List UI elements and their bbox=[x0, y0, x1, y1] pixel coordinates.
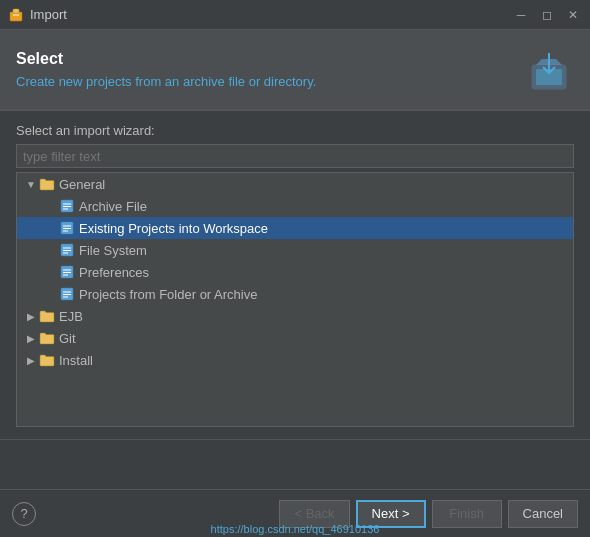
tree-item-general[interactable]: ▼ General bbox=[17, 173, 573, 195]
item-label: EJB bbox=[59, 309, 83, 324]
filter-input[interactable] bbox=[16, 144, 574, 168]
item-label: Git bbox=[59, 331, 76, 346]
window-controls: ─ ◻ ✕ bbox=[512, 6, 582, 24]
folder-icon bbox=[39, 352, 55, 368]
item-label: General bbox=[59, 177, 105, 192]
header-section: Select Create new projects from an archi… bbox=[0, 30, 590, 110]
expand-placeholder bbox=[45, 288, 57, 300]
app-icon bbox=[8, 7, 24, 23]
header-title: Select bbox=[16, 50, 316, 68]
wizard-label: Select an import wizard: bbox=[16, 123, 574, 138]
folder-icon bbox=[39, 308, 55, 324]
tree-item-existing-projects[interactable]: Existing Projects into Workspace bbox=[17, 217, 573, 239]
header-text: Select Create new projects from an archi… bbox=[16, 50, 316, 89]
item-label: Projects from Folder or Archive bbox=[79, 287, 257, 302]
leaf-icon bbox=[59, 242, 75, 258]
tree-item-ejb[interactable]: ▶ EJB bbox=[17, 305, 573, 327]
title-bar: Import ─ ◻ ✕ bbox=[0, 0, 590, 30]
watermark: https://blog.csdn.net/qq_46910136 bbox=[211, 523, 380, 535]
folder-icon bbox=[39, 176, 55, 192]
footer: ? < Back Next > Finish Cancel https://bl… bbox=[0, 489, 590, 537]
maximize-button[interactable]: ◻ bbox=[538, 6, 556, 24]
tree-item-archive-file[interactable]: Archive File bbox=[17, 195, 573, 217]
item-label: Existing Projects into Workspace bbox=[79, 221, 268, 236]
header-icon bbox=[524, 45, 574, 95]
leaf-icon bbox=[59, 220, 75, 236]
svg-rect-1 bbox=[13, 9, 19, 13]
help-button[interactable]: ? bbox=[12, 502, 36, 526]
tree-item-install[interactable]: ▶ Install bbox=[17, 349, 573, 371]
window-title: Import bbox=[30, 7, 512, 22]
folder-icon bbox=[39, 330, 55, 346]
expand-placeholder bbox=[45, 200, 57, 212]
tree-item-preferences[interactable]: Preferences bbox=[17, 261, 573, 283]
leaf-icon bbox=[59, 198, 75, 214]
item-label: Install bbox=[59, 353, 93, 368]
cancel-button[interactable]: Cancel bbox=[508, 500, 578, 528]
expand-placeholder bbox=[45, 222, 57, 234]
item-label: Archive File bbox=[79, 199, 147, 214]
leaf-icon bbox=[59, 286, 75, 302]
tree-item-projects-folder[interactable]: Projects from Folder or Archive bbox=[17, 283, 573, 305]
item-label: File System bbox=[79, 243, 147, 258]
spacer-area bbox=[0, 439, 590, 489]
main-content: Select an import wizard: ▼ General Archi… bbox=[0, 111, 590, 439]
tree-item-file-system[interactable]: File System bbox=[17, 239, 573, 261]
expand-placeholder bbox=[45, 244, 57, 256]
svg-rect-0 bbox=[10, 12, 22, 21]
expand-arrow[interactable]: ▶ bbox=[25, 354, 37, 366]
header-subtitle: Create new projects from an archive file… bbox=[16, 74, 316, 89]
expand-arrow[interactable]: ▼ bbox=[25, 178, 37, 190]
tree-container[interactable]: ▼ General Archive File Existing Projects… bbox=[16, 172, 574, 427]
leaf-icon bbox=[59, 264, 75, 280]
tree-item-git[interactable]: ▶ Git bbox=[17, 327, 573, 349]
item-label: Preferences bbox=[79, 265, 149, 280]
minimize-button[interactable]: ─ bbox=[512, 6, 530, 24]
expand-arrow[interactable]: ▶ bbox=[25, 332, 37, 344]
expand-placeholder bbox=[45, 266, 57, 278]
finish-button[interactable]: Finish bbox=[432, 500, 502, 528]
close-button[interactable]: ✕ bbox=[564, 6, 582, 24]
expand-arrow[interactable]: ▶ bbox=[25, 310, 37, 322]
